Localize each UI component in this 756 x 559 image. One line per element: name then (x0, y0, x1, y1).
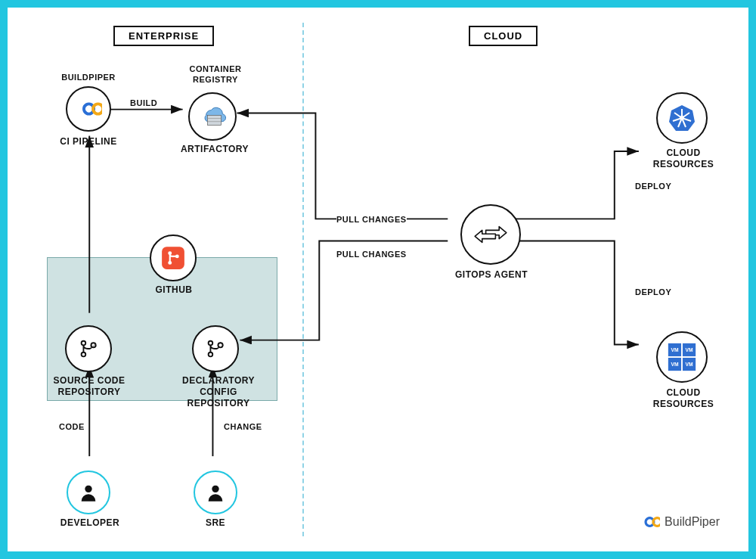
edge-pull-1-label: PULL CHANGES (336, 215, 407, 224)
gitops-agent-node (460, 204, 521, 265)
ci-pipeline-label: CI PIPELINE (53, 136, 124, 148)
cloud-resources-vm-node: VM VM VM VM (656, 331, 708, 383)
cloud-datacenter-icon (197, 104, 228, 129)
svg-point-11 (82, 341, 86, 346)
person-icon (205, 482, 226, 503)
svg-text:VM: VM (686, 347, 693, 352)
sre-node (194, 470, 237, 514)
developer-label: DEVELOPER (56, 517, 124, 529)
svg-text:VM: VM (671, 362, 678, 367)
sre-label: SRE (193, 517, 238, 529)
svg-point-16 (209, 352, 213, 357)
gitops-agent-label: GITOPS AGENT (448, 269, 534, 281)
svg-text:VM: VM (671, 347, 678, 352)
sync-arrows-icon (472, 222, 509, 247)
source-repo-node: </> (65, 325, 112, 372)
svg-point-15 (209, 341, 213, 346)
kubernetes-icon (667, 103, 697, 133)
developer-node (67, 470, 110, 514)
svg-point-12 (82, 352, 86, 357)
git-icon (160, 245, 186, 271)
edge-deploy-1-label: DEPLOY (635, 182, 671, 191)
config-repo-node (192, 325, 239, 372)
artifactory-node (188, 92, 237, 141)
github-node (150, 234, 197, 281)
edge-code-label: CODE (59, 422, 85, 431)
zone-enterprise-label: ENTERPRISE (113, 26, 214, 46)
cloud-resources-k8s-node (656, 92, 708, 144)
diagram-canvas: ENTERPRISE CLOUD (23, 23, 733, 536)
cloud-resources-1-label: CLOUD RESOURCES (647, 148, 720, 170)
branch-icon: </> (77, 337, 100, 360)
container-registry-label: CONTAINER REGISTRY (181, 64, 249, 85)
github-label: GITHUB (151, 284, 197, 296)
edge-change-label: CHANGE (224, 422, 262, 431)
svg-rect-7 (162, 247, 184, 269)
zone-cloud-label: CLOUD (469, 26, 538, 46)
buildpiper-label: BUILDPIPER (54, 73, 122, 83)
svg-text:VM: VM (686, 362, 693, 367)
ci-pipeline-node (66, 86, 111, 132)
vm-grid-icon: VM VM VM VM (666, 341, 698, 373)
person-icon (78, 482, 99, 503)
source-repo-label: SOURCE CODE REPOSITORY (50, 375, 129, 398)
edge-deploy-2-label: DEPLOY (635, 287, 671, 297)
artifactory-label: ARTIFACTORY (177, 144, 253, 155)
buildpiper-icon (75, 101, 102, 117)
edge-build-label: BUILD (130, 98, 157, 107)
buildpiper-logo-icon (639, 515, 660, 529)
svg-rect-4 (207, 115, 221, 125)
buildpiper-brand: BuildPiper (639, 515, 720, 529)
svg-point-19 (212, 486, 218, 492)
svg-point-18 (85, 486, 91, 492)
zone-divider (302, 23, 304, 536)
edge-pull-2-label: PULL CHANGES (336, 250, 407, 259)
buildpiper-brand-text: BuildPiper (665, 515, 720, 529)
config-repo-label: DECLARATORY CONFIG REPOSITORY (169, 375, 268, 409)
branch-config-icon (204, 337, 227, 360)
cloud-resources-2-label: CLOUD RESOURCES (647, 387, 720, 410)
svg-text:</>: </> (90, 344, 97, 348)
